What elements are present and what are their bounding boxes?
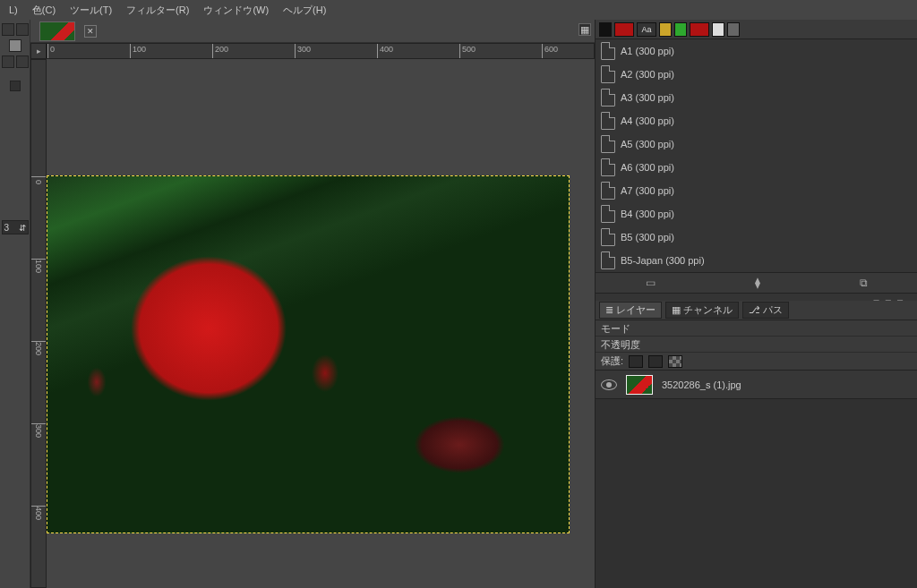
page-icon <box>601 205 615 223</box>
template-actions: ▭ ⧫ ⧉ <box>596 272 917 294</box>
template-row[interactable]: B5 (300 ppi) <box>596 226 917 249</box>
tool-option-spinner[interactable]: 3 ⇵ <box>2 220 29 234</box>
close-tab-icon[interactable]: ✕ <box>84 25 97 38</box>
template-row[interactable]: A4 (300 ppi) <box>596 109 917 132</box>
page-icon <box>601 182 615 200</box>
template-label: B5 (300 ppi) <box>621 232 674 243</box>
paths-icon: ⎇ <box>749 304 760 316</box>
template-label: A7 (300 ppi) <box>621 185 674 196</box>
menu-windows[interactable]: ウィンドウ(W) <box>198 2 274 19</box>
visibility-eye-icon[interactable] <box>601 379 617 390</box>
right-dock: Aa A1 (300 ppi) A2 (300 ppi) A3 (300 ppi… <box>595 20 917 588</box>
template-row[interactable]: A5 (300 ppi) <box>596 132 917 156</box>
layer-lock-row: 保護: <box>596 353 917 371</box>
page-icon <box>601 135 615 153</box>
tool-slot[interactable] <box>16 23 29 36</box>
template-row[interactable]: A7 (300 ppi) <box>596 179 917 202</box>
template-label: A3 (300 ppi) <box>621 92 674 103</box>
tab-paths[interactable]: ⎇パス <box>742 302 789 319</box>
ruler-origin-icon[interactable]: ▸ <box>30 43 47 59</box>
tool-slot[interactable] <box>2 23 14 36</box>
template-row[interactable]: A6 (300 ppi) <box>596 156 917 179</box>
ruler-tick: 300 <box>31 423 46 434</box>
ruler-tick: 0 <box>47 44 55 58</box>
template-label: A1 (300 ppi) <box>621 46 674 56</box>
page-icon <box>601 228 615 246</box>
template-row[interactable]: B4 (300 ppi) <box>596 202 917 226</box>
menu-filters[interactable]: フィルター(R) <box>121 2 194 19</box>
menu-layers[interactable]: L) <box>4 3 23 17</box>
template-label: B4 (300 ppi) <box>621 209 674 219</box>
template-row[interactable]: B5-Japan (300 ppi) <box>596 249 917 272</box>
ruler-vertical: 0 100 200 300 400 <box>30 59 47 588</box>
template-label: A5 (300 ppi) <box>621 139 674 149</box>
dock-drag-handle[interactable]: – – – <box>596 294 917 301</box>
toolbox: 3 ⇵ <box>0 20 30 588</box>
tool-slot[interactable] <box>16 55 29 68</box>
new-template-icon[interactable]: ⧫ <box>755 277 760 289</box>
template-label: A2 (300 ppi) <box>621 69 674 80</box>
menubar: L) 色(C) ツール(T) フィルター(R) ウィンドウ(W) ヘルプ(H) <box>0 0 917 20</box>
lock-label: 保護: <box>601 354 623 368</box>
tool-slot[interactable] <box>9 39 21 52</box>
dock-tab-icon[interactable] <box>727 22 740 37</box>
dock-tab-icon[interactable] <box>614 22 634 37</box>
tab-layers[interactable]: ≣レイヤー <box>599 302 662 319</box>
template-list[interactable]: A1 (300 ppi) A2 (300 ppi) A3 (300 ppi) A… <box>596 39 917 272</box>
dock-tab-icon[interactable] <box>674 22 687 37</box>
channels-icon: ▦ <box>672 304 681 316</box>
layer-list[interactable]: 3520286_s (1).jpg <box>596 371 917 588</box>
lock-position-icon[interactable] <box>648 355 663 368</box>
opacity-slider[interactable]: 不透明度 <box>596 337 917 353</box>
ruler-tick: 200 <box>212 44 228 58</box>
layers-icon: ≣ <box>605 304 613 316</box>
page-icon <box>601 89 615 107</box>
tool-slot[interactable] <box>2 55 14 68</box>
layer-name[interactable]: 3520286_s (1).jpg <box>662 379 741 390</box>
layer-row[interactable]: 3520286_s (1).jpg <box>596 371 917 399</box>
spinner-value: 3 <box>4 223 10 233</box>
duplicate-icon[interactable]: ⧉ <box>860 277 868 289</box>
folder-icon[interactable] <box>659 22 672 37</box>
ruler-tick: 0 <box>31 176 46 187</box>
template-row[interactable]: A1 (300 ppi) <box>596 39 917 63</box>
ruler-tick: 600 <box>542 44 558 58</box>
image-selection-marquee <box>47 175 570 533</box>
template-row[interactable]: A2 (300 ppi) <box>596 63 917 86</box>
ruler-tick: 200 <box>31 341 46 352</box>
image-tab-thumbnail[interactable] <box>39 21 75 41</box>
dock-tab-icon[interactable] <box>712 22 724 37</box>
ruler-tick: 100 <box>130 44 146 58</box>
page-icon <box>601 112 615 130</box>
spinner-arrows-icon[interactable]: ⇵ <box>19 223 26 233</box>
ruler-tick: 100 <box>31 259 46 269</box>
dock-tab-icon[interactable] <box>599 22 612 37</box>
menu-colors[interactable]: 色(C) <box>27 2 61 19</box>
template-label: A6 (300 ppi) <box>621 162 674 173</box>
lock-alpha-icon[interactable] <box>668 355 682 368</box>
menu-help[interactable]: ヘルプ(H) <box>278 2 331 19</box>
ruler-tick: 300 <box>295 44 311 58</box>
template-label: B5-Japan (300 ppi) <box>621 255 705 266</box>
dock-tab-icon[interactable] <box>690 22 709 37</box>
tab-label: チャンネル <box>683 303 733 317</box>
tab-label: パス <box>763 303 783 317</box>
new-image-icon[interactable]: ▭ <box>646 277 656 289</box>
page-icon <box>601 158 615 176</box>
menu-tools[interactable]: ツール(T) <box>64 2 117 19</box>
lock-pixels-icon[interactable] <box>629 355 643 368</box>
ruler-tick: 500 <box>459 44 476 58</box>
template-row[interactable]: A3 (300 ppi) <box>596 86 917 109</box>
tab-channels[interactable]: ▦チャンネル <box>665 302 739 319</box>
ruler-horizontal: ▸ 0 100 200 300 400 500 600 ▦ <box>30 43 595 59</box>
quick-nav-icon[interactable]: ▦ <box>578 23 591 36</box>
template-label: A4 (300 ppi) <box>621 115 674 126</box>
image-tab-strip: ✕ <box>30 20 595 43</box>
layer-thumbnail[interactable] <box>626 375 653 395</box>
canvas[interactable] <box>47 59 595 588</box>
blend-mode-selector[interactable]: モード <box>596 320 917 337</box>
layers-panel-tabs: ≣レイヤー ▦チャンネル ⎇パス <box>596 301 917 320</box>
toolbox-collapse-icon[interactable] <box>10 81 21 91</box>
page-icon <box>601 65 615 83</box>
text-icon[interactable]: Aa <box>637 22 656 37</box>
